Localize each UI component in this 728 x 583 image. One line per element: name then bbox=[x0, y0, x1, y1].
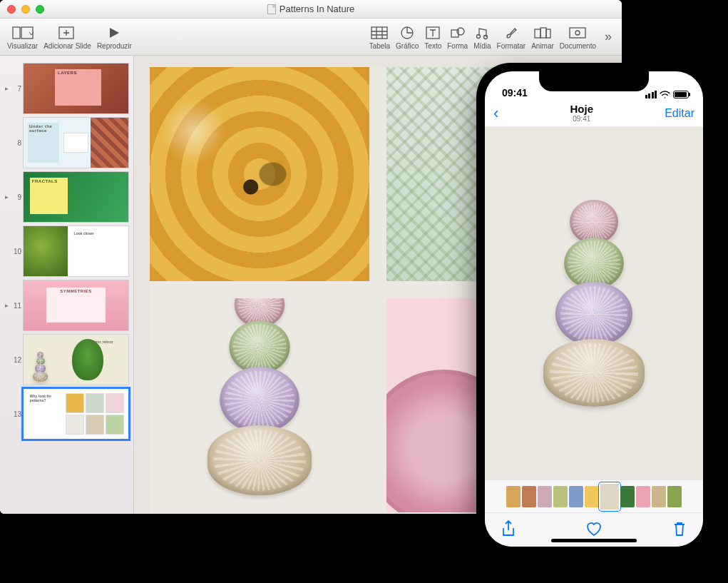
view-icon bbox=[12, 24, 34, 42]
animate-icon bbox=[534, 24, 551, 42]
shape-icon bbox=[450, 24, 466, 42]
photo-viewer[interactable] bbox=[485, 127, 703, 480]
scrubber-thumb[interactable] bbox=[538, 486, 552, 507]
favorite-button[interactable] bbox=[585, 520, 603, 540]
status-time: 09:41 bbox=[502, 87, 528, 98]
share-button[interactable] bbox=[501, 519, 516, 541]
scrubber-thumb[interactable] bbox=[667, 486, 682, 507]
toolbar-document[interactable]: Documento bbox=[557, 19, 599, 55]
toolbar-add-slide[interactable]: Adicionar Slide bbox=[41, 19, 94, 55]
slide-thumb-10[interactable]: 10 Look closer bbox=[0, 224, 133, 278]
toolbar: Visualizar Adicionar Slide Reproduzir Ta… bbox=[0, 19, 622, 56]
toolbar-animate[interactable]: Animar bbox=[528, 19, 557, 55]
brush-icon bbox=[504, 24, 518, 42]
svg-rect-11 bbox=[540, 28, 546, 38]
slide-thumb-7[interactable]: ▸ 7 LAYERS bbox=[0, 61, 133, 116]
slide-thumb-11[interactable]: ▸ 11 SYMMETRIES bbox=[0, 278, 133, 333]
svg-rect-3 bbox=[371, 27, 387, 39]
iphone-notch bbox=[539, 71, 649, 91]
toolbar-chart[interactable]: Gráfico bbox=[393, 19, 421, 55]
chart-icon bbox=[399, 24, 415, 42]
svg-rect-1 bbox=[21, 27, 33, 39]
scrubber-thumb[interactable] bbox=[585, 486, 599, 507]
window-titlebar[interactable]: Patterns In Nature bbox=[0, 0, 622, 19]
table-icon bbox=[371, 24, 388, 42]
play-icon bbox=[107, 24, 121, 42]
scrubber-thumb[interactable] bbox=[600, 484, 619, 510]
scrubber-thumb[interactable] bbox=[620, 486, 635, 507]
svg-rect-13 bbox=[570, 28, 585, 38]
toolbar-media[interactable]: Mídia bbox=[471, 19, 493, 55]
toolbar-view[interactable]: Visualizar bbox=[4, 19, 41, 55]
svg-point-8 bbox=[477, 35, 481, 39]
battery-icon bbox=[673, 91, 689, 98]
svg-point-14 bbox=[575, 31, 580, 35]
nav-title: Hoje 09:41 bbox=[570, 103, 594, 123]
back-button[interactable]: ‹ bbox=[493, 104, 498, 123]
wifi-icon bbox=[660, 91, 670, 98]
scrubber-thumb[interactable] bbox=[569, 486, 583, 507]
iphone-screen: 09:41 ‹ Hoje 09:41 Editar bbox=[485, 71, 703, 547]
slide-thumb-8[interactable]: 8 Under the surface bbox=[0, 116, 133, 170]
scrubber-thumb[interactable] bbox=[636, 486, 650, 507]
toolbar-table[interactable]: Tabela bbox=[366, 19, 393, 55]
plus-icon bbox=[58, 24, 77, 42]
document-icon bbox=[267, 4, 276, 14]
scrubber-thumb[interactable] bbox=[553, 486, 568, 507]
trash-button[interactable] bbox=[672, 520, 687, 540]
svg-point-9 bbox=[484, 36, 488, 39]
iphone-device: 09:41 ‹ Hoje 09:41 Editar bbox=[476, 63, 712, 555]
scrubber-thumb[interactable] bbox=[652, 486, 666, 507]
window-controls bbox=[0, 5, 44, 14]
slide-thumb-12[interactable]: 12 Mirror, mirror bbox=[0, 333, 133, 387]
media-icon bbox=[474, 24, 490, 42]
svg-rect-12 bbox=[546, 29, 550, 38]
disclosure-icon[interactable]: ▸ bbox=[3, 193, 10, 201]
toolbar-shape[interactable]: Forma bbox=[444, 19, 471, 55]
minimize-window-button[interactable] bbox=[21, 5, 30, 14]
toolbar-overflow[interactable]: » bbox=[599, 29, 617, 44]
toolbar-play[interactable]: Reproduzir bbox=[94, 19, 135, 55]
close-window-button[interactable] bbox=[7, 5, 16, 14]
document-icon bbox=[568, 24, 587, 42]
svg-rect-0 bbox=[13, 27, 20, 39]
toolbar-format[interactable]: Formatar bbox=[494, 19, 529, 55]
scrubber-thumb[interactable] bbox=[506, 486, 521, 507]
edit-button[interactable]: Editar bbox=[665, 107, 694, 120]
slide-thumb-9[interactable]: ▸ 9 FRACTALS bbox=[0, 170, 133, 224]
disclosure-icon[interactable]: ▸ bbox=[3, 302, 10, 309]
slide-image-honeycomb[interactable] bbox=[150, 67, 369, 281]
window-title: Patterns In Nature bbox=[280, 4, 355, 14]
slide-navigator[interactable]: ▸ 7 LAYERS 8 Under the surface ▸ 9 FRACT… bbox=[0, 56, 134, 514]
toolbar-text[interactable]: Texto bbox=[421, 19, 444, 55]
scrubber-thumb[interactable] bbox=[522, 486, 536, 507]
photo-scrubber[interactable] bbox=[485, 480, 703, 512]
photos-nav-bar: ‹ Hoje 09:41 Editar bbox=[485, 100, 703, 127]
zoom-window-button[interactable] bbox=[36, 5, 44, 14]
svg-rect-10 bbox=[535, 29, 540, 38]
slide-thumb-13[interactable]: 13 Why look for patterns? bbox=[0, 387, 133, 441]
cellular-icon bbox=[645, 91, 657, 98]
disclosure-icon[interactable]: ▸ bbox=[3, 85, 10, 92]
home-indicator[interactable] bbox=[551, 539, 637, 542]
text-icon bbox=[425, 24, 441, 42]
slide-image-urchins[interactable] bbox=[150, 298, 369, 512]
